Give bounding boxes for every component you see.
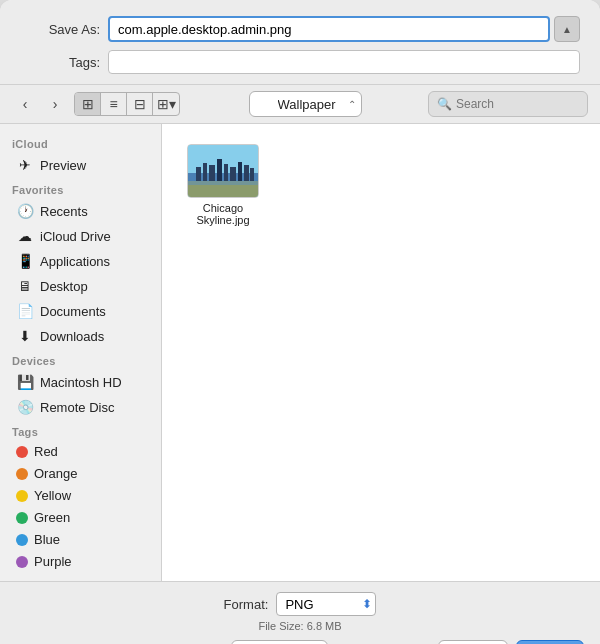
- back-icon: ‹: [23, 96, 28, 112]
- tags-section-label: Tags: [0, 420, 161, 440]
- sidebar-item-label: Recents: [40, 204, 88, 219]
- sidebar-item-label: Documents: [40, 304, 106, 319]
- sidebar-item-yellow[interactable]: Yellow: [4, 485, 157, 506]
- icon-view-button[interactable]: ⊞: [75, 93, 101, 115]
- gallery-icon: ⊞▾: [157, 96, 176, 112]
- sidebar: iCloud ✈ Preview Favorites 🕐 Recents ☁ i…: [0, 124, 162, 581]
- downloads-icon: ⬇: [16, 327, 34, 345]
- sidebar-item-label: Desktop: [40, 279, 88, 294]
- svg-rect-11: [250, 168, 254, 181]
- sidebar-item-documents[interactable]: 📄 Documents: [4, 299, 157, 323]
- buttons-row: Hide extension New Folder Cancel Save: [16, 640, 584, 644]
- filesize-row: File Size: 6.8 MB: [16, 620, 584, 632]
- search-icon: 🔍: [437, 97, 452, 111]
- format-select[interactable]: PNG JPEG TIFF PDF GIF: [276, 592, 376, 616]
- save-button[interactable]: Save: [516, 640, 584, 644]
- tags-input[interactable]: [108, 50, 580, 74]
- forward-icon: ›: [53, 96, 58, 112]
- bottom-bar: Format: PNG JPEG TIFF PDF GIF ⬍ File Siz…: [0, 581, 600, 644]
- list-item[interactable]: Chicago Skyline.jpg: [178, 140, 268, 230]
- icloud-drive-icon: ☁: [16, 227, 34, 245]
- svg-rect-6: [217, 159, 222, 181]
- orange-tag-dot: [16, 468, 28, 480]
- back-button[interactable]: ‹: [12, 93, 38, 115]
- save-dialog: Save As: ▲ Tags: ‹ › ⊞ ≡ ⊟: [0, 0, 600, 644]
- forward-button[interactable]: ›: [42, 93, 68, 115]
- sidebar-item-applications[interactable]: 📱 Applications: [4, 249, 157, 273]
- gallery-view-button[interactable]: ⊞▾: [153, 93, 179, 115]
- cancel-button[interactable]: Cancel: [438, 640, 508, 644]
- sidebar-item-label: Orange: [34, 466, 77, 481]
- sidebar-item-blue[interactable]: Blue: [4, 529, 157, 550]
- preview-icon: ✈: [16, 156, 34, 174]
- sidebar-item-red[interactable]: Red: [4, 441, 157, 462]
- macintosh-hd-icon: 💾: [16, 373, 34, 391]
- save-as-label: Save As:: [20, 22, 100, 37]
- sidebar-item-label: Purple: [34, 554, 72, 569]
- file-thumbnail: [187, 144, 259, 198]
- columns-icon: ⊟: [134, 96, 146, 112]
- column-view-button[interactable]: ⊟: [127, 93, 153, 115]
- list-view-button[interactable]: ≡: [101, 93, 127, 115]
- svg-rect-10: [244, 165, 249, 181]
- sidebar-item-macintosh-hd[interactable]: 💾 Macintosh HD: [4, 370, 157, 394]
- sidebar-item-label: Downloads: [40, 329, 104, 344]
- sidebar-item-label: Blue: [34, 532, 60, 547]
- sidebar-item-label: Red: [34, 444, 58, 459]
- icloud-section-label: iCloud: [0, 132, 161, 152]
- recents-icon: 🕐: [16, 202, 34, 220]
- desktop-icon: 🖥: [16, 277, 34, 295]
- yellow-tag-dot: [16, 490, 28, 502]
- sidebar-item-label: Macintosh HD: [40, 375, 122, 390]
- sidebar-item-desktop[interactable]: 🖥 Desktop: [4, 274, 157, 298]
- expand-button[interactable]: ▲: [554, 16, 580, 42]
- sidebar-item-label: Remote Disc: [40, 400, 114, 415]
- sidebar-item-preview[interactable]: ✈ Preview: [4, 153, 157, 177]
- file-name: Chicago Skyline.jpg: [182, 202, 264, 226]
- blue-tag-dot: [16, 534, 28, 546]
- documents-icon: 📄: [16, 302, 34, 320]
- tags-label: Tags:: [20, 55, 100, 70]
- svg-rect-3: [196, 167, 201, 181]
- red-tag-dot: [16, 446, 28, 458]
- chevron-up-icon: ▲: [562, 24, 572, 35]
- svg-rect-8: [230, 167, 236, 181]
- sidebar-item-remote-disc[interactable]: 💿 Remote Disc: [4, 395, 157, 419]
- filesize-label: File Size:: [258, 620, 303, 632]
- search-box: 🔍: [428, 91, 588, 117]
- favorites-section-label: Favorites: [0, 178, 161, 198]
- top-bar: Save As: ▲ Tags:: [0, 0, 600, 85]
- svg-rect-7: [224, 164, 228, 181]
- toolbar: ‹ › ⊞ ≡ ⊟ ⊞▾ 📁 Wallpaper: [0, 85, 600, 124]
- svg-rect-5: [209, 165, 215, 181]
- location-select-wrap: 📁 Wallpaper ⌃: [186, 91, 424, 117]
- sidebar-item-label: iCloud Drive: [40, 229, 111, 244]
- sidebar-item-purple[interactable]: Purple: [4, 551, 157, 572]
- file-area: Chicago Skyline.jpg: [162, 124, 600, 581]
- main-content: iCloud ✈ Preview Favorites 🕐 Recents ☁ i…: [0, 124, 600, 581]
- action-buttons: Cancel Save: [438, 640, 584, 644]
- sidebar-item-label: Preview: [40, 158, 86, 173]
- list-icon: ≡: [109, 96, 117, 112]
- sidebar-item-recents[interactable]: 🕐 Recents: [4, 199, 157, 223]
- green-tag-dot: [16, 512, 28, 524]
- filesize-value: 6.8 MB: [307, 620, 342, 632]
- sidebar-item-orange[interactable]: Orange: [4, 463, 157, 484]
- svg-rect-4: [203, 163, 207, 181]
- sidebar-item-green[interactable]: Green: [4, 507, 157, 528]
- applications-icon: 📱: [16, 252, 34, 270]
- sidebar-item-label: Yellow: [34, 488, 71, 503]
- location-select[interactable]: Wallpaper: [249, 91, 362, 117]
- svg-rect-9: [238, 162, 242, 181]
- purple-tag-dot: [16, 556, 28, 568]
- sidebar-item-downloads[interactable]: ⬇ Downloads: [4, 324, 157, 348]
- format-select-wrap: PNG JPEG TIFF PDF GIF ⬍: [276, 592, 376, 616]
- search-input[interactable]: [456, 97, 576, 111]
- remote-disc-icon: 💿: [16, 398, 34, 416]
- sidebar-item-label: Applications: [40, 254, 110, 269]
- devices-section-label: Devices: [0, 349, 161, 369]
- view-toggle-group: ⊞ ≡ ⊟ ⊞▾: [74, 92, 180, 116]
- new-folder-button[interactable]: New Folder: [231, 640, 327, 644]
- save-as-input[interactable]: [108, 16, 550, 42]
- sidebar-item-icloud-drive[interactable]: ☁ iCloud Drive: [4, 224, 157, 248]
